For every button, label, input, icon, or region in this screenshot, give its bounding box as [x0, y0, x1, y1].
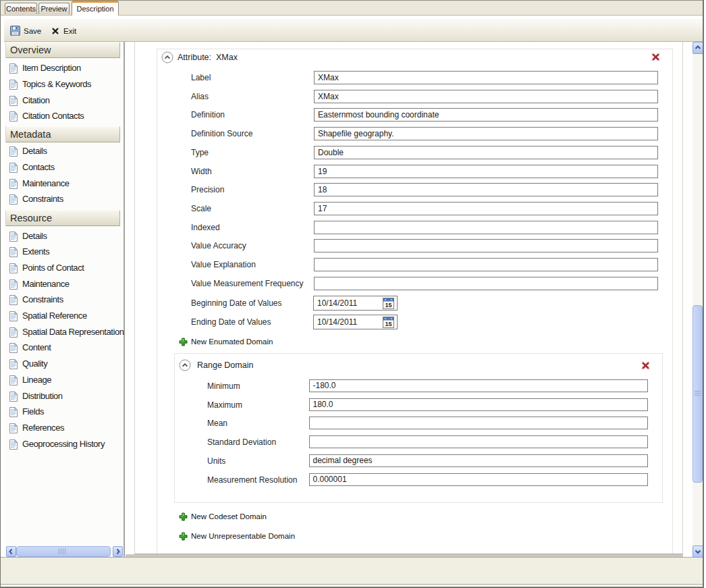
svg-text:15: 15 [385, 301, 391, 308]
svg-text:15: 15 [385, 321, 391, 327]
